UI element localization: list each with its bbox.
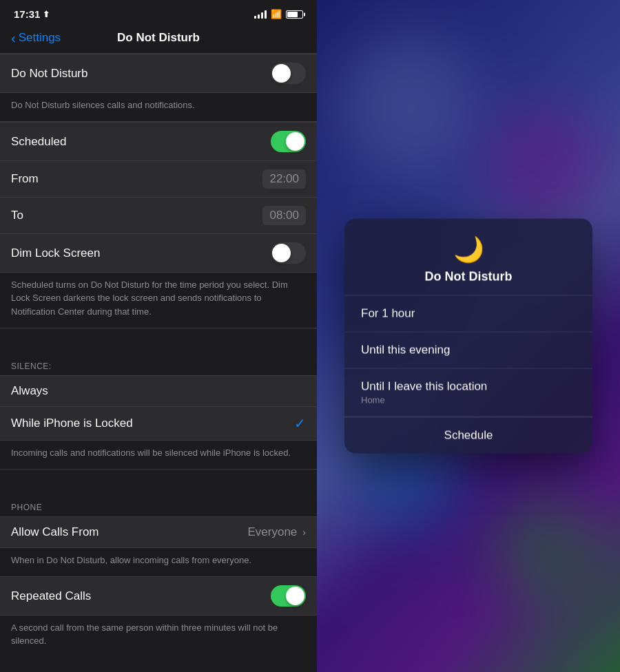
popup-option-until-evening[interactable]: Until this evening bbox=[344, 333, 592, 369]
allow-calls-chevron-icon: › bbox=[302, 527, 306, 538]
popup-option-for-1-hour[interactable]: For 1 hour bbox=[344, 296, 592, 333]
dim-lock-toggle[interactable] bbox=[271, 242, 306, 264]
repeated-calls-desc-text: A second call from the same person withi… bbox=[11, 622, 278, 646]
while-locked-desc-text: Incoming calls and notifications will be… bbox=[11, 448, 291, 458]
while-locked-checkmark: ✓ bbox=[294, 415, 306, 432]
phone-label: PHONE bbox=[0, 492, 317, 516]
option-until-leave-text: Until I leave this location bbox=[361, 380, 576, 394]
popup-schedule-button[interactable]: Schedule bbox=[344, 417, 592, 454]
dnd-section: Do Not Disturb Do Not Disturb silences c… bbox=[0, 54, 317, 122]
dnd-desc-text: Do Not Disturb silences calls and notifi… bbox=[11, 100, 195, 110]
while-locked-label: While iPhone is Locked bbox=[11, 417, 133, 430]
allow-calls-value-container: Everyone › bbox=[248, 525, 307, 539]
scheduled-toggle-thumb bbox=[286, 132, 304, 151]
to-value-container: 08:00 bbox=[262, 206, 306, 225]
popup-header: 🌙 Do Not Disturb bbox=[344, 219, 592, 296]
nav-bar: ‹ Settings Do Not Disturb bbox=[0, 25, 317, 54]
back-button[interactable]: ‹ Settings bbox=[11, 31, 61, 45]
repeated-calls-toggle[interactable] bbox=[271, 585, 306, 607]
back-chevron-icon: ‹ bbox=[11, 31, 16, 45]
while-locked-description: Incoming calls and notifications will be… bbox=[0, 441, 317, 470]
wifi-icon: 📶 bbox=[271, 9, 282, 19]
phone-divider bbox=[0, 470, 317, 492]
back-label: Settings bbox=[19, 31, 61, 45]
repeated-calls-description: A second call from the same person withi… bbox=[0, 616, 317, 657]
dnd-toggle-thumb bbox=[272, 64, 291, 83]
allow-calls-value: Everyone bbox=[248, 525, 298, 539]
scheduled-description: Scheduled turns on Do Not Disturb for th… bbox=[0, 273, 317, 328]
repeated-calls-row[interactable]: Repeated Calls bbox=[0, 577, 317, 616]
repeated-calls-toggle-thumb bbox=[286, 587, 304, 605]
scheduled-section: Scheduled From 22:00 To 08:00 Dim Lock S… bbox=[0, 122, 317, 328]
battery-fill bbox=[287, 12, 298, 17]
status-bar-left: 17:31 ⬆ bbox=[14, 8, 50, 20]
allow-calls-label: Allow Calls From bbox=[11, 525, 99, 539]
moon-icon: 🌙 bbox=[358, 235, 579, 264]
location-icon: ⬆ bbox=[43, 10, 50, 19]
from-value-container: 22:00 bbox=[262, 169, 306, 189]
always-label: Always bbox=[11, 384, 48, 398]
from-row[interactable]: From 22:00 bbox=[0, 161, 317, 198]
dnd-label: Do Not Disturb bbox=[11, 67, 87, 81]
signal-bar-2 bbox=[258, 14, 260, 19]
scheduled-label: Scheduled bbox=[11, 135, 66, 149]
status-bar-right: 📶 bbox=[254, 9, 303, 19]
settings-panel: 17:31 ⬆ 📶 ‹ Settings Do Not Disturb bbox=[0, 0, 317, 672]
dnd-toggle[interactable] bbox=[271, 63, 306, 84]
to-time-value[interactable]: 08:00 bbox=[262, 206, 306, 225]
from-time-value[interactable]: 22:00 bbox=[262, 169, 306, 189]
wallpaper-panel: 🌙 Do Not Disturb For 1 hour Until this e… bbox=[317, 0, 620, 672]
phone-section: Allow Calls From Everyone › When in Do N… bbox=[0, 516, 317, 657]
popup-schedule-text: Schedule bbox=[444, 429, 493, 442]
popup-title: Do Not Disturb bbox=[425, 270, 513, 284]
nav-title: Do Not Disturb bbox=[117, 31, 200, 45]
battery-icon bbox=[286, 10, 303, 19]
allow-calls-row[interactable]: Allow Calls From Everyone › bbox=[0, 516, 317, 548]
option-for-1-hour-text: For 1 hour bbox=[361, 307, 576, 321]
dim-lock-row[interactable]: Dim Lock Screen bbox=[0, 234, 317, 273]
settings-content: Do Not Disturb Do Not Disturb silences c… bbox=[0, 54, 317, 657]
to-label: To bbox=[11, 209, 23, 222]
signal-bars-icon bbox=[254, 10, 267, 19]
signal-bar-3 bbox=[261, 12, 263, 19]
allow-calls-description: When in Do Not Disturb, allow incoming c… bbox=[0, 548, 317, 577]
option-until-evening-text: Until this evening bbox=[361, 344, 576, 357]
silence-label: SILENCE: bbox=[0, 350, 317, 375]
allow-calls-desc-text: When in Do Not Disturb, allow incoming c… bbox=[11, 555, 251, 565]
silence-divider bbox=[0, 328, 317, 350]
scheduled-row[interactable]: Scheduled bbox=[0, 122, 317, 161]
silence-section: Always While iPhone is Locked ✓ Incoming… bbox=[0, 375, 317, 470]
signal-bar-4 bbox=[265, 10, 267, 19]
popup-option-until-leave-location[interactable]: Until I leave this location Home bbox=[344, 369, 592, 417]
status-bar: 17:31 ⬆ 📶 bbox=[0, 0, 317, 25]
while-locked-row[interactable]: While iPhone is Locked ✓ bbox=[0, 407, 317, 441]
always-row[interactable]: Always bbox=[0, 375, 317, 407]
time-display: 17:31 bbox=[14, 8, 40, 20]
scheduled-toggle[interactable] bbox=[271, 131, 306, 152]
from-label: From bbox=[11, 172, 39, 186]
signal-bar-1 bbox=[254, 16, 256, 19]
dim-lock-label: Dim Lock Screen bbox=[11, 246, 100, 260]
dnd-popup-card: 🌙 Do Not Disturb For 1 hour Until this e… bbox=[344, 219, 592, 454]
repeated-calls-label: Repeated Calls bbox=[11, 589, 91, 603]
to-row[interactable]: To 08:00 bbox=[0, 198, 317, 234]
dnd-row[interactable]: Do Not Disturb bbox=[0, 54, 317, 93]
dnd-description: Do Not Disturb silences calls and notifi… bbox=[0, 93, 317, 122]
option-location-sub-text: Home bbox=[361, 395, 576, 406]
scheduled-desc-text: Scheduled turns on Do Not Disturb for th… bbox=[11, 280, 288, 316]
dim-lock-toggle-thumb bbox=[272, 244, 291, 262]
